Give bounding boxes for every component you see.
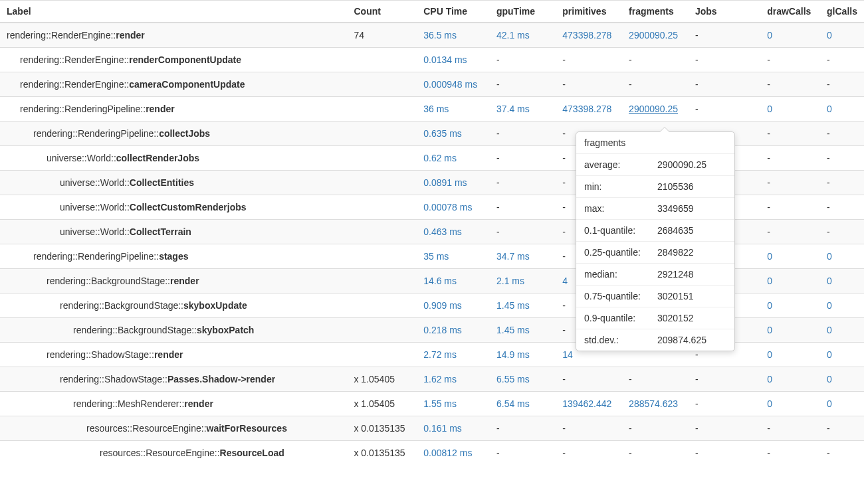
tooltip-stat-label: average: <box>584 159 657 170</box>
cell-gl: - <box>820 122 864 146</box>
cell-cpu[interactable]: 1.62 ms <box>417 367 490 392</box>
header-draw-calls[interactable]: drawCalls <box>760 1 820 23</box>
cell-frag[interactable]: 288574.623 <box>622 392 689 416</box>
cell-gpu[interactable]: 6.54 ms <box>490 392 556 416</box>
cell-draw[interactable]: 0 <box>760 392 820 416</box>
cell-cpu[interactable]: 0.00812 ms <box>417 441 490 465</box>
cell-gpu[interactable]: 14.9 ms <box>490 343 556 367</box>
cell-cpu[interactable]: 0.635 ms <box>417 122 490 146</box>
cell-cpu[interactable]: 1.55 ms <box>417 392 490 416</box>
row-label[interactable]: rendering::RenderEngine::renderComponent… <box>0 48 347 72</box>
cell-count <box>347 171 417 195</box>
label-method: waitForResources <box>207 423 287 434</box>
cell-count <box>347 195 417 220</box>
header-count[interactable]: Count <box>347 1 417 23</box>
header-label[interactable]: Label <box>0 1 347 23</box>
cell-frag: - <box>622 367 689 392</box>
header-cpu-time[interactable]: CPU Time <box>417 1 490 23</box>
cell-cpu[interactable]: 0.463 ms <box>417 220 490 244</box>
cell-cpu[interactable]: 0.161 ms <box>417 416 490 441</box>
cell-cpu[interactable]: 0.000948 ms <box>417 72 490 97</box>
cell-cpu[interactable]: 0.62 ms <box>417 146 490 171</box>
cell-jobs: - <box>689 72 760 97</box>
cell-gl: - <box>820 195 864 220</box>
cell-prim[interactable]: 473398.278 <box>556 23 622 48</box>
label-namespace: rendering::MeshRenderer:: <box>73 398 184 409</box>
cell-draw[interactable]: 0 <box>760 97 820 122</box>
row-label[interactable]: rendering::ShadowStage::render <box>0 343 347 367</box>
row-label[interactable]: resources::ResourceEngine::waitForResour… <box>0 416 347 441</box>
cell-gl: - <box>820 48 864 72</box>
row-label[interactable]: rendering::BackgroundStage::skyboxPatch <box>0 318 347 343</box>
cell-cpu[interactable]: 0.0891 ms <box>417 171 490 195</box>
row-label[interactable]: resources::ResourceEngine::ResourceLoad <box>0 441 347 465</box>
cell-gl[interactable]: 0 <box>820 318 864 343</box>
cell-draw[interactable]: 0 <box>760 343 820 367</box>
header-primitives[interactable]: primitives <box>556 1 622 23</box>
row-label[interactable]: rendering::RenderingPipeline::stages <box>0 244 347 269</box>
row-label[interactable]: rendering::RenderingPipeline::collectJob… <box>0 122 347 146</box>
cell-gpu[interactable]: 34.7 ms <box>490 244 556 269</box>
cell-gpu[interactable]: 37.4 ms <box>490 97 556 122</box>
cell-draw: - <box>760 441 820 465</box>
row-label[interactable]: universe::World::CollectCustomRenderjobs <box>0 195 347 220</box>
cell-gl[interactable]: 0 <box>820 367 864 392</box>
tooltip-stat-value: 3349659 <box>657 203 694 214</box>
cell-gl[interactable]: 0 <box>820 244 864 269</box>
row-label[interactable]: universe::World::collectRenderJobs <box>0 146 347 171</box>
cell-frag: - <box>622 441 689 465</box>
row-label[interactable]: rendering::BackgroundStage::render <box>0 269 347 294</box>
cell-gl[interactable]: 0 <box>820 343 864 367</box>
cell-gl: - <box>820 72 864 97</box>
label-method: CollectCustomRenderjobs <box>130 202 247 212</box>
cell-cpu[interactable]: 0.218 ms <box>417 318 490 343</box>
cell-gpu[interactable]: 42.1 ms <box>490 23 556 48</box>
row-label[interactable]: rendering::BackgroundStage::skyboxUpdate <box>0 294 347 318</box>
cell-count <box>347 294 417 318</box>
cell-draw[interactable]: 0 <box>760 294 820 318</box>
cell-cpu[interactable]: 36 ms <box>417 97 490 122</box>
row-label[interactable]: rendering::RenderEngine::cameraComponent… <box>0 72 347 97</box>
cell-draw[interactable]: 0 <box>760 244 820 269</box>
row-label[interactable]: rendering::RenderEngine::render <box>0 23 347 48</box>
cell-gl[interactable]: 0 <box>820 294 864 318</box>
cell-frag[interactable]: 2900090.25 <box>622 97 689 122</box>
cell-gl[interactable]: 0 <box>820 392 864 416</box>
header-jobs[interactable]: Jobs <box>689 1 760 23</box>
row-label[interactable]: rendering::RenderingPipeline::render <box>0 97 347 122</box>
row-label[interactable]: rendering::MeshRenderer::render <box>0 392 347 416</box>
cell-gpu[interactable]: 1.45 ms <box>490 318 556 343</box>
cell-cpu[interactable]: 2.72 ms <box>417 343 490 367</box>
label-namespace: universe::World:: <box>60 202 130 212</box>
cell-cpu[interactable]: 36.5 ms <box>417 23 490 48</box>
cell-draw[interactable]: 0 <box>760 23 820 48</box>
header-gl-calls[interactable]: glCalls <box>820 1 864 23</box>
stats-tooltip: fragments average:2900090.25min:2105536m… <box>576 131 735 351</box>
row-label[interactable]: rendering::ShadowStage::Passes.Shadow->r… <box>0 367 347 392</box>
tooltip-stat-label: max: <box>584 203 657 214</box>
cell-gpu[interactable]: 2.1 ms <box>490 269 556 294</box>
row-label[interactable]: universe::World::CollectEntities <box>0 171 347 195</box>
tooltip-stat-value: 209874.625 <box>657 335 706 345</box>
cell-gl[interactable]: 0 <box>820 23 864 48</box>
header-fragments[interactable]: fragments <box>622 1 689 23</box>
cell-cpu[interactable]: 35 ms <box>417 244 490 269</box>
cell-draw[interactable]: 0 <box>760 318 820 343</box>
cell-cpu[interactable]: 0.00078 ms <box>417 195 490 220</box>
cell-gl[interactable]: 0 <box>820 97 864 122</box>
cell-prim[interactable]: 139462.442 <box>556 392 622 416</box>
cell-gpu[interactable]: 1.45 ms <box>490 294 556 318</box>
cell-prim[interactable]: 473398.278 <box>556 97 622 122</box>
cell-gl[interactable]: 0 <box>820 269 864 294</box>
label-method: stages <box>159 251 188 262</box>
cell-cpu[interactable]: 0.0134 ms <box>417 48 490 72</box>
table-row: resources::ResourceEngine::ResourceLoadx… <box>0 441 864 465</box>
cell-gpu[interactable]: 6.55 ms <box>490 367 556 392</box>
cell-draw[interactable]: 0 <box>760 367 820 392</box>
header-gpu-time[interactable]: gpuTime <box>490 1 556 23</box>
cell-draw[interactable]: 0 <box>760 269 820 294</box>
row-label[interactable]: universe::World::CollectTerrain <box>0 220 347 244</box>
cell-frag[interactable]: 2900090.25 <box>622 23 689 48</box>
cell-cpu[interactable]: 14.6 ms <box>417 269 490 294</box>
cell-cpu[interactable]: 0.909 ms <box>417 294 490 318</box>
